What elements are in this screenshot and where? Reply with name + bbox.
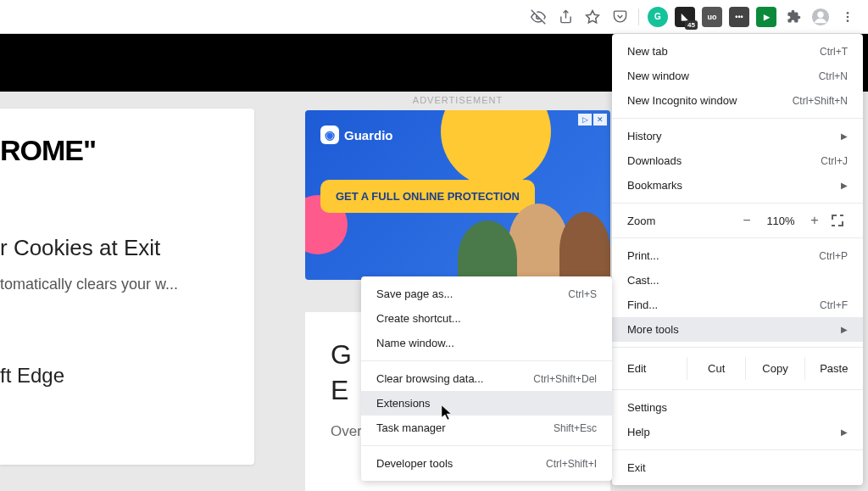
shield-icon: ◉ (320, 126, 339, 144)
chevron-right-icon: ▶ (841, 131, 848, 141)
ad-person (559, 212, 610, 280)
zoom-label: Zoom (627, 215, 734, 227)
menu-item-more-tools[interactable]: More tools▶ (612, 317, 863, 342)
menu-separator (612, 203, 863, 204)
edit-row: EditCutCopyPaste (612, 353, 863, 384)
submenu-item-extensions[interactable]: Extensions (361, 391, 612, 416)
menu-item-label: Find... (627, 299, 658, 311)
menu-item-cast[interactable]: Cast... (612, 268, 863, 293)
menu-item-label: Print... (627, 249, 659, 262)
edit-label: Edit (627, 362, 687, 375)
shortcut-label: Ctrl+F (820, 299, 848, 311)
zoom-out-button[interactable]: − (734, 213, 760, 228)
ext-ublock[interactable]: uο (700, 5, 724, 29)
shortcut-label: Ctrl+Shift+N (793, 95, 848, 107)
more-tools-submenu: Save page as...Ctrl+SCreate shortcut...N… (361, 276, 612, 481)
shortcut-label: Ctrl+P (819, 250, 848, 262)
menu-item-settings[interactable]: Settings (612, 395, 863, 420)
chrome-main-menu: New tabCtrl+TNew windowCtrl+NNew Incogni… (612, 34, 863, 485)
ext-grammarly[interactable]: G (646, 5, 670, 29)
shortcut-label: Ctrl+S (568, 288, 597, 300)
menu-item-bookmarks[interactable]: Bookmarks▶ (612, 173, 863, 198)
ad-decoration (441, 110, 551, 187)
ad-person (458, 220, 517, 280)
kebab-menu-icon[interactable] (836, 5, 860, 29)
chevron-right-icon: ▶ (841, 181, 848, 190)
cut-button[interactable]: Cut (687, 357, 745, 380)
menu-item-label: New tab (627, 45, 668, 58)
menu-separator (612, 389, 863, 390)
extensions-icon[interactable] (782, 5, 805, 29)
advertisement-box: ADVERTISEMENT ◉Guardio GET A FULL ONLINE… (305, 95, 610, 280)
menu-item-label: More tools (627, 323, 679, 336)
menu-item-new-window[interactable]: New windowCtrl+N (612, 64, 863, 88)
cookies-heading[interactable]: r Cookies at Exit (0, 235, 242, 261)
menu-item-new-incognito-window[interactable]: New Incognito windowCtrl+Shift+N (612, 88, 863, 113)
ad-banner[interactable]: ◉Guardio GET A FULL ONLINE PROTECTION ▷✕ (305, 110, 610, 280)
edge-fragment[interactable]: ft Edge (0, 364, 242, 388)
submenu-item-clear-browsing-data[interactable]: Clear browsing data...Ctrl+Shift+Del (361, 366, 612, 391)
menu-item-label: Developer tools (376, 457, 453, 470)
menu-item-label: Save page as... (376, 287, 453, 300)
menu-item-label: Help (627, 426, 650, 438)
cookies-subtext: tomatically clears your w... (0, 273, 242, 296)
menu-separator (612, 347, 863, 348)
menu-separator (361, 360, 612, 361)
submenu-item-task-manager[interactable]: Task managerShift+Esc (361, 416, 612, 440)
menu-separator (612, 237, 863, 238)
profile-icon[interactable] (809, 5, 832, 29)
menu-item-label: Extensions (376, 397, 431, 410)
ext-dots[interactable]: ••• (727, 5, 751, 29)
svg-marker-2 (587, 10, 599, 22)
star-icon[interactable] (581, 5, 604, 29)
paste-button[interactable]: Paste (804, 357, 863, 380)
ad-label: ADVERTISEMENT (305, 95, 610, 105)
ext-badge: 45 (685, 20, 698, 30)
menu-item-label: Settings (627, 401, 667, 414)
submenu-item-developer-tools[interactable]: Developer toolsCtrl+Shift+I (361, 451, 612, 476)
menu-item-label: Cast... (627, 274, 659, 287)
menu-item-exit[interactable]: Exit (612, 455, 863, 480)
ad-brand: ◉Guardio (320, 126, 393, 144)
fullscreen-button[interactable] (827, 215, 848, 226)
svg-point-4 (817, 11, 823, 17)
menu-item-history[interactable]: History▶ (612, 124, 863, 148)
shortcut-label: Shift+Esc (554, 422, 597, 434)
menu-item-find[interactable]: Find...Ctrl+F (612, 293, 863, 317)
shortcut-label: Ctrl+N (819, 70, 848, 82)
cursor-icon (442, 405, 455, 422)
menu-item-print[interactable]: Print...Ctrl+P (612, 243, 863, 268)
menu-item-label: New Incognito window (627, 94, 737, 107)
menu-separator (361, 445, 612, 446)
shortcut-label: Ctrl+T (820, 46, 848, 58)
copy-button[interactable]: Copy (745, 357, 804, 380)
left-column: ROME" r Cookies at Exit tomatically clea… (0, 109, 254, 465)
chevron-right-icon: ▶ (841, 325, 848, 334)
menu-item-label: Task manager (376, 421, 446, 434)
ad-cta-button[interactable]: GET A FULL ONLINE PROTECTION (320, 180, 535, 213)
toolbar-separator (638, 8, 639, 25)
share-icon[interactable] (554, 5, 577, 29)
submenu-item-name-window[interactable]: Name window... (361, 331, 612, 355)
ext-dark[interactable]: ◣45 (673, 5, 697, 29)
menu-item-downloads[interactable]: DownloadsCtrl+J (612, 148, 863, 173)
submenu-item-save-page-as[interactable]: Save page as...Ctrl+S (361, 282, 612, 306)
menu-item-label: Exit (627, 461, 646, 474)
pocket-icon[interactable] (608, 5, 632, 29)
menu-item-label: Name window... (376, 337, 454, 349)
menu-item-label: Create shortcut... (376, 312, 461, 325)
svg-point-7 (847, 20, 849, 22)
menu-separator (612, 118, 863, 119)
menu-item-label: Downloads (627, 154, 682, 167)
zoom-in-button[interactable]: + (802, 213, 827, 228)
browser-toolbar: G ◣45 uο ••• ▶ (0, 0, 868, 34)
shortcut-label: Ctrl+Shift+Del (533, 373, 597, 385)
menu-item-new-tab[interactable]: New tabCtrl+T (612, 39, 863, 64)
zoom-row: Zoom−110%+ (612, 209, 863, 232)
submenu-item-create-shortcut[interactable]: Create shortcut... (361, 306, 612, 331)
eye-off-icon[interactable] (526, 5, 550, 29)
adchoices-icon[interactable]: ▷✕ (578, 114, 607, 126)
svg-point-6 (847, 15, 849, 18)
menu-item-help[interactable]: Help▶ (612, 420, 863, 444)
ext-play[interactable]: ▶ (754, 5, 778, 29)
